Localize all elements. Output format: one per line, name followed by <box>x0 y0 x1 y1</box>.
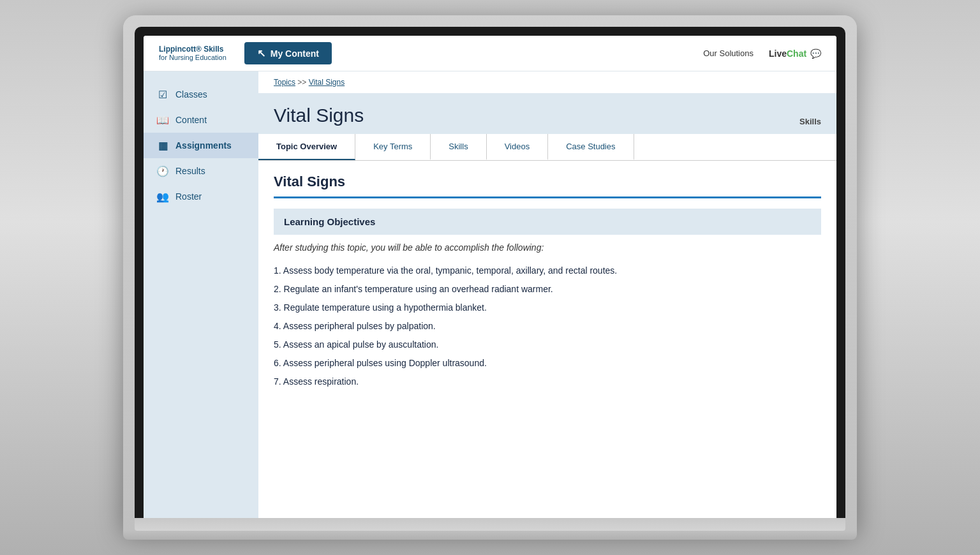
objective-item: 1. Assess body temperature via the oral,… <box>274 262 821 280</box>
content-body: Vital Signs Learning Objectives After st… <box>258 161 836 404</box>
objective-item: 6. Assess peripheral pulses using Dopple… <box>274 354 821 373</box>
main-layout: ☑ Classes 📖 Content ▦ Assignments 🕐 <box>144 71 836 518</box>
objectives-list: 1. Assess body temperature via the oral,… <box>274 262 821 391</box>
laptop-bottom <box>135 518 845 531</box>
brand-logo: Lippincott® Skills for Nursing Education <box>159 45 226 63</box>
topic-title: Vital Signs <box>274 105 364 126</box>
sidebar-item-classes[interactable]: ☑ Classes <box>144 82 258 107</box>
results-icon: 🕐 <box>156 165 169 177</box>
blue-rule <box>274 196 821 198</box>
tab-case-studies[interactable]: Case Studies <box>548 134 634 160</box>
objective-item: 7. Assess respiration. <box>274 373 821 391</box>
sidebar-roster-label: Roster <box>175 191 202 202</box>
breadcrumb-topics-link[interactable]: Topics <box>274 78 295 87</box>
laptop-base <box>123 531 857 540</box>
tab-skills[interactable]: Skills <box>431 134 486 160</box>
objective-item: 2. Regulate an infant's temperature usin… <box>274 280 821 299</box>
objective-item: 4. Assess peripheral pulses by palpation… <box>274 317 821 336</box>
my-content-button[interactable]: ↖ My Content <box>244 42 332 64</box>
content-section-title: Vital Signs <box>274 174 821 190</box>
content-area: Topics >> Vital Signs Vital Signs Skills <box>258 71 836 518</box>
my-content-icon: ↖ <box>257 47 265 59</box>
my-content-label: My Content <box>271 48 319 59</box>
sidebar-item-roster[interactable]: 👥 Roster <box>144 184 258 209</box>
assignments-icon: ▦ <box>156 139 169 152</box>
roster-icon: 👥 <box>156 190 169 203</box>
tab-key-terms[interactable]: Key Terms <box>355 134 431 160</box>
learning-objectives-title: Learning Objectives <box>284 216 811 227</box>
tab-videos[interactable]: Videos <box>487 134 549 160</box>
objective-item: 5. Assess an apical pulse by auscultatio… <box>274 336 821 354</box>
brand-line2: for Nursing Education <box>159 54 226 62</box>
breadcrumb-current-link[interactable]: Vital Signs <box>309 78 345 87</box>
sidebar-item-content[interactable]: 📖 Content <box>144 107 258 133</box>
classes-icon: ☑ <box>156 88 169 101</box>
topic-header: Vital Signs Skills <box>258 93 836 134</box>
nav-right: Our Solutions LiveChat 💬 <box>703 48 821 59</box>
sidebar-item-results[interactable]: 🕐 Results <box>144 158 258 184</box>
sidebar-content-label: Content <box>175 115 207 125</box>
content-icon: 📖 <box>156 114 169 126</box>
breadcrumb: Topics >> Vital Signs <box>258 71 836 93</box>
tabs-bar: Topic Overview Key Terms Skills Videos <box>258 134 836 161</box>
skills-label: Skills <box>799 117 821 126</box>
objective-item: 3. Regulate temperature using a hypother… <box>274 299 821 317</box>
breadcrumb-separator: >> <box>297 78 308 87</box>
sidebar-results-label: Results <box>175 166 205 176</box>
tab-topic-overview[interactable]: Topic Overview <box>258 134 355 160</box>
livechat-link[interactable]: LiveChat 💬 <box>769 48 821 59</box>
learning-objectives-box: Learning Objectives <box>274 209 821 235</box>
sidebar-assignments-label: Assignments <box>175 140 232 151</box>
brand-line1: Lippincott® Skills <box>159 45 226 54</box>
top-nav: Lippincott® Skills for Nursing Education… <box>144 36 836 71</box>
intro-text: After studying this topic, you will be a… <box>274 242 821 253</box>
sidebar-item-assignments[interactable]: ▦ Assignments <box>144 133 258 158</box>
livechat-icon: 💬 <box>810 48 821 59</box>
sidebar: ☑ Classes 📖 Content ▦ Assignments 🕐 <box>144 71 258 518</box>
our-solutions-link[interactable]: Our Solutions <box>703 48 754 58</box>
sidebar-classes-label: Classes <box>175 89 207 100</box>
